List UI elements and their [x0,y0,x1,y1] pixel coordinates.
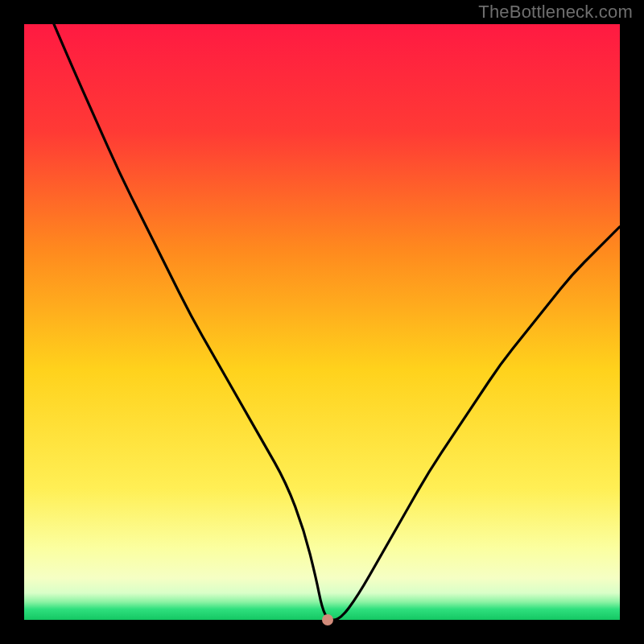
gradient-background [24,24,620,620]
chart-container: TheBottleneck.com [0,0,644,644]
watermark-text: TheBottleneck.com [478,2,633,23]
plot-frame [24,24,620,620]
optimal-point-marker [322,614,333,625]
svg-rect-0 [24,24,620,620]
